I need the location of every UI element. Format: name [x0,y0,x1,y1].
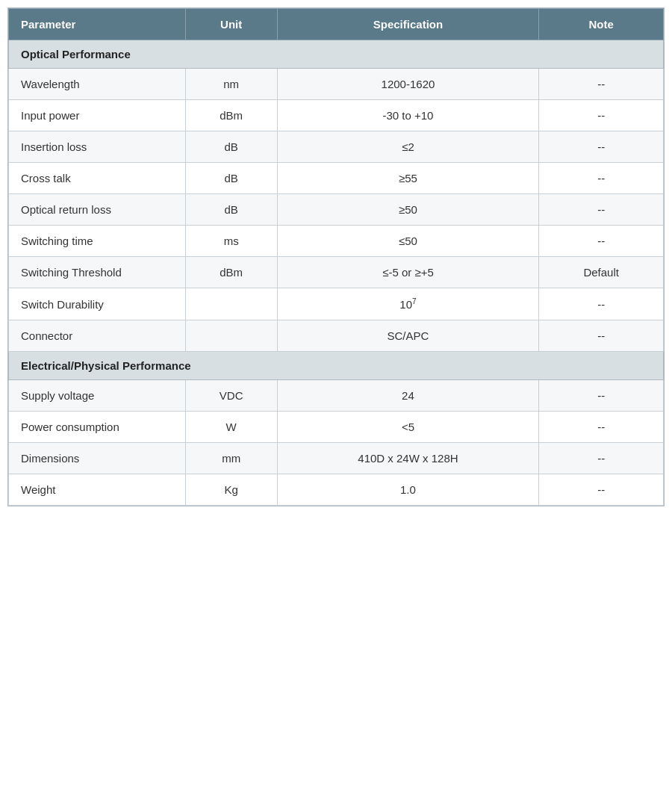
cell-unit [185,320,277,352]
cell-note: -- [539,163,664,194]
cell-param: Connector [9,320,186,352]
cell-spec: 410D x 24W x 128H [277,443,539,474]
cell-note: -- [539,412,664,443]
cell-param: Optical return loss [9,194,186,226]
cell-unit: dB [185,131,277,163]
table-row: Dimensionsmm410D x 24W x 128H-- [9,443,664,474]
cell-spec: SC/APC [277,320,539,352]
cell-spec: 1200-1620 [277,69,539,100]
col-header-parameter: Parameter [9,9,186,40]
spec-table-wrapper: Parameter Unit Specification Note Optica… [7,7,665,506]
cell-unit: VDC [185,380,277,412]
cell-param: Insertion loss [9,131,186,163]
table-row: ConnectorSC/APC-- [9,320,664,352]
cell-param: Switching time [9,226,186,257]
cell-unit: dBm [185,257,277,288]
cell-param: Switch Durability [9,288,186,320]
cell-note: -- [539,100,664,131]
cell-note: -- [539,474,664,506]
table-row: Switch Durability107-- [9,288,664,320]
col-header-unit: Unit [185,9,277,40]
cell-note: -- [539,194,664,226]
cell-unit: W [185,412,277,443]
cell-unit: Kg [185,474,277,506]
cell-param: Cross talk [9,163,186,194]
cell-unit: dB [185,194,277,226]
cell-spec: ≤-5 or ≥+5 [277,257,539,288]
cell-note: -- [539,288,664,320]
cell-spec: 107 [277,288,539,320]
cell-unit: dBm [185,100,277,131]
table-row: Power consumptionW<5-- [9,412,664,443]
table-row: Cross talkdB≥55-- [9,163,664,194]
cell-param: Dimensions [9,443,186,474]
cell-param: Wavelength [9,69,186,100]
cell-unit: mm [185,443,277,474]
cell-spec: ≥50 [277,194,539,226]
col-header-specification: Specification [277,9,539,40]
table-row: Optical return lossdB≥50-- [9,194,664,226]
table-row: WeightKg1.0-- [9,474,664,506]
cell-note: -- [539,226,664,257]
table-row: Wavelengthnm1200-1620-- [9,69,664,100]
table-row: Supply voltageVDC24-- [9,380,664,412]
cell-spec: -30 to +10 [277,100,539,131]
cell-param: Input power [9,100,186,131]
table-header-row: Parameter Unit Specification Note [9,9,664,40]
cell-note: -- [539,131,664,163]
cell-spec: <5 [277,412,539,443]
table-row: Insertion lossdB≤2-- [9,131,664,163]
table-row: Switching timems≤50-- [9,226,664,257]
cell-param: Weight [9,474,186,506]
col-header-note: Note [539,9,664,40]
spec-table: Parameter Unit Specification Note Optica… [8,8,664,506]
cell-spec: 24 [277,380,539,412]
cell-param: Supply voltage [9,380,186,412]
cell-param: Power consumption [9,412,186,443]
cell-unit [185,288,277,320]
cell-note: -- [539,380,664,412]
cell-spec: 1.0 [277,474,539,506]
cell-note: Default [539,257,664,288]
cell-unit: ms [185,226,277,257]
cell-note: -- [539,69,664,100]
section-header-1: Electrical/Physical Performance [9,352,664,380]
cell-unit: dB [185,163,277,194]
section-header-0: Optical Performance [9,40,664,69]
cell-spec: ≤50 [277,226,539,257]
cell-param: Switching Threshold [9,257,186,288]
table-row: Input powerdBm-30 to +10-- [9,100,664,131]
cell-unit: nm [185,69,277,100]
cell-note: -- [539,443,664,474]
table-row: Switching ThresholddBm≤-5 or ≥+5Default [9,257,664,288]
cell-note: -- [539,320,664,352]
cell-spec: ≤2 [277,131,539,163]
cell-spec: ≥55 [277,163,539,194]
